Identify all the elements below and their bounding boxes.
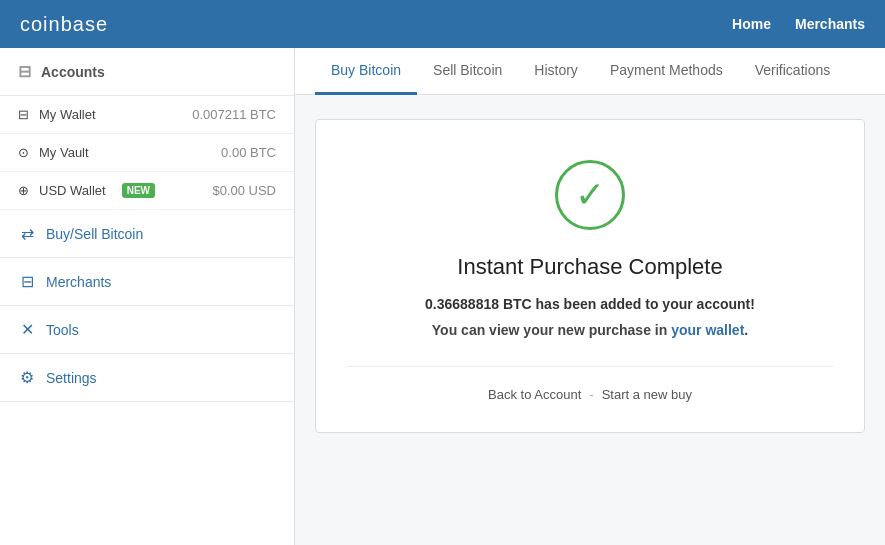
purchase-title: Instant Purchase Complete [346, 254, 834, 280]
wallet-icon: ⊟ [18, 107, 29, 122]
sidebar-item-settings[interactable]: ⚙ Settings [0, 354, 294, 402]
merchants-sidebar-label: Merchants [46, 274, 111, 290]
cart-icon: ⊟ [18, 272, 36, 291]
tools-label: Tools [46, 322, 79, 338]
sidebar-item-merchants[interactable]: ⊟ Merchants [0, 258, 294, 306]
card-actions: Back to Account - Start a new buy [346, 366, 834, 402]
shuffle-icon: ⇄ [18, 224, 36, 243]
my-wallet-label: My Wallet [39, 107, 96, 122]
purchase-amount: 0.36688818 BTC has been added to your ac… [346, 296, 834, 312]
merchants-nav-link[interactable]: Merchants [795, 16, 865, 32]
logo: coinbase [20, 13, 108, 36]
wallet-link[interactable]: your wallet [671, 322, 744, 338]
sidebar: ⊟ Accounts ⊟ My Wallet 0.007211 BTC ⊙ My… [0, 48, 295, 545]
tab-history[interactable]: History [518, 48, 594, 95]
folder-icon: ⊟ [18, 62, 31, 81]
tools-icon: ✕ [18, 320, 36, 339]
new-badge: NEW [122, 183, 155, 198]
my-wallet-item[interactable]: ⊟ My Wallet 0.007211 BTC [0, 96, 294, 134]
sidebar-item-tools[interactable]: ✕ Tools [0, 306, 294, 354]
usd-wallet-balance: $0.00 USD [212, 183, 276, 198]
settings-icon: ⚙ [18, 368, 36, 387]
my-vault-balance: 0.00 BTC [221, 145, 276, 160]
my-wallet-balance: 0.007211 BTC [192, 107, 276, 122]
vault-icon: ⊙ [18, 145, 29, 160]
usd-icon: ⊕ [18, 183, 29, 198]
purchase-note-text: You can view your new purchase in [432, 322, 671, 338]
success-icon-circle: ✓ [555, 160, 625, 230]
sidebar-item-buy-sell[interactable]: ⇄ Buy/Sell Bitcoin [0, 210, 294, 258]
action-separator: - [589, 387, 593, 402]
tabs-bar: Buy Bitcoin Sell Bitcoin History Payment… [295, 48, 885, 95]
note-period: . [744, 322, 748, 338]
main-content: Buy Bitcoin Sell Bitcoin History Payment… [295, 48, 885, 545]
accounts-label: Accounts [41, 64, 105, 80]
tab-buy-bitcoin[interactable]: Buy Bitcoin [315, 48, 417, 95]
back-to-account-link[interactable]: Back to Account [488, 387, 581, 402]
start-new-buy-link[interactable]: Start a new buy [602, 387, 692, 402]
top-nav: coinbase Home Merchants [0, 0, 885, 48]
purchase-card: ✓ Instant Purchase Complete 0.36688818 B… [315, 119, 865, 433]
main-layout: ⊟ Accounts ⊟ My Wallet 0.007211 BTC ⊙ My… [0, 48, 885, 545]
usd-wallet-item[interactable]: ⊕ USD Wallet NEW $0.00 USD [0, 172, 294, 210]
tab-payment-methods[interactable]: Payment Methods [594, 48, 739, 95]
purchase-note: You can view your new purchase in your w… [346, 322, 834, 338]
my-vault-item[interactable]: ⊙ My Vault 0.00 BTC [0, 134, 294, 172]
buy-sell-label: Buy/Sell Bitcoin [46, 226, 143, 242]
tab-verifications[interactable]: Verifications [739, 48, 846, 95]
tab-sell-bitcoin[interactable]: Sell Bitcoin [417, 48, 518, 95]
home-nav-link[interactable]: Home [732, 16, 771, 32]
accounts-header: ⊟ Accounts [0, 48, 294, 96]
my-vault-label: My Vault [39, 145, 89, 160]
top-nav-links: Home Merchants [732, 16, 865, 32]
settings-label: Settings [46, 370, 97, 386]
usd-wallet-label: USD Wallet [39, 183, 106, 198]
checkmark-icon: ✓ [575, 177, 605, 213]
card-wrapper: ✓ Instant Purchase Complete 0.36688818 B… [295, 95, 885, 457]
